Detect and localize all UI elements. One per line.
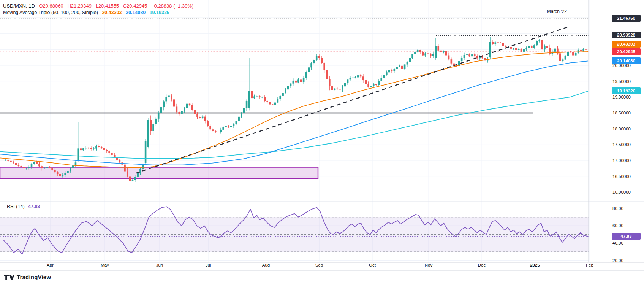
rsi-tick-label: 80.00 [612, 206, 623, 211]
time-axis-label: Nov [425, 263, 432, 267]
time-axis-label: Dec [478, 263, 486, 267]
ohlc-open: O20.68060 [39, 3, 63, 9]
price-axis-badge: 20.43303 [612, 41, 641, 48]
price-tick-label: 16.50000 [612, 174, 631, 179]
time-axis-label: Sep [315, 263, 323, 267]
price-axis-badge: 20.14080 [612, 57, 641, 64]
support-zone [0, 167, 318, 179]
price-axis-badge: 21.46750 [612, 15, 641, 22]
time-axis-label: May [101, 263, 109, 267]
rsi-tick-label: 60.00 [612, 223, 623, 228]
time-axis-label: 2025 [530, 263, 540, 267]
trendline-layer [136, 27, 568, 173]
ohlc-close: C20.42945 [123, 3, 147, 9]
price-axis-badge: 47.83 [612, 233, 641, 240]
price-tick-label: 19.00000 [612, 95, 631, 99]
price-tick-label: 16.00000 [612, 190, 631, 194]
price-tick-label: 17.50000 [612, 142, 631, 147]
time-axis-label: Jul [206, 263, 211, 267]
legend-main: USD/MXN, 1D O20.68060 H21.29349 L20.4155… [3, 3, 196, 9]
chart-window: USD/MXN, 1D O20.68060 H21.29349 L20.4155… [0, 0, 644, 286]
sma200-value: 19.19326 [150, 10, 169, 15]
tradingview-logo-icon [4, 274, 14, 280]
price-tick-label: 17.00000 [612, 158, 631, 163]
sma50-value: 20.43303 [102, 10, 122, 15]
change-value: −0.28838 (−1.39%) [151, 3, 193, 9]
time-axis-label: Oct [369, 263, 376, 267]
time-axis-label: Apr [47, 263, 54, 267]
time-axis-label: Aug [262, 263, 270, 267]
price-tick-label: 19.50000 [612, 79, 631, 84]
symbol-title: USD/MXN, 1D [3, 3, 35, 9]
rsi-value: 47.83 [28, 204, 40, 209]
ohlc-low: L20.41555 [96, 3, 119, 9]
rsi-band-layer [0, 217, 589, 252]
rsi-legend[interactable]: RSI (14) 47.83 [7, 204, 40, 209]
price-axis-badge: 20.42945 [612, 48, 641, 55]
price-axis-badge: 19.19326 [612, 87, 641, 94]
ohlc-high: H21.29349 [67, 3, 92, 9]
indicator-title: Moving Average Triple (50, 100, 200, Sim… [3, 10, 98, 15]
moving-averages-layer [0, 52, 588, 168]
chart-canvas[interactable] [0, 0, 644, 271]
level-lines [0, 19, 589, 113]
price-tick-label: 18.00000 [612, 127, 631, 131]
legend-indicator[interactable]: Moving Average Triple (50, 100, 200, Sim… [3, 10, 172, 15]
time-axis-label: Jun [156, 263, 163, 267]
price-axis-badge: 20.93928 [612, 32, 641, 38]
trendline-origin-label: March '22 [506, 9, 567, 14]
sma100-value: 20.14080 [126, 10, 146, 15]
time-axis-label: Feb [586, 263, 593, 267]
brand-name: TradingView [17, 274, 51, 280]
rsi-tick-label: 40.00 [612, 241, 623, 245]
rsi-title: RSI (14) [7, 204, 25, 209]
price-tick-label: 18.50000 [612, 111, 631, 115]
footer-branding[interactable]: TradingView [4, 274, 51, 280]
rsi-tick-label: 20.00 [612, 258, 623, 263]
